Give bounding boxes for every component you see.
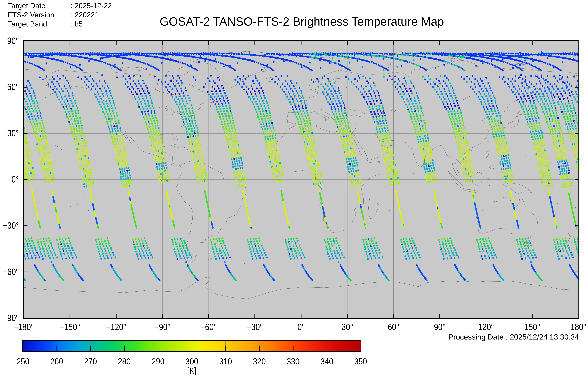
y-axis-label: 0°: [3, 174, 19, 185]
x-axis-label: −30°: [247, 322, 263, 332]
y-axis-label: 60°: [3, 82, 19, 92]
x-axis-label: 30°: [342, 322, 353, 332]
fts2-version-value: 220221: [74, 11, 99, 19]
colorbar-tick-label: 350: [354, 356, 367, 366]
colorbar-tick-label: 330: [287, 356, 300, 366]
colorbar-tick-mark: [57, 346, 57, 351]
page-title: GOSAT-2 TANSO-FTS-2 Brightness Temperatu…: [159, 15, 444, 28]
x-axis-label: 120°: [478, 322, 494, 332]
colorbar-tick-label: 310: [219, 356, 232, 366]
colorbar-tick-mark: [293, 346, 294, 351]
colorbar-tick-label: 260: [50, 356, 63, 366]
header-line-target-band: Target Band: b5: [8, 19, 112, 28]
x-axis-label: −180°: [13, 322, 34, 332]
colorbar-tick-mark: [158, 346, 159, 351]
x-axis-label: 0°: [297, 322, 305, 332]
y-axis-label: −90°: [3, 313, 19, 323]
colorbar-tick-mark: [90, 346, 91, 351]
x-axis-label: 180°: [571, 322, 587, 332]
colorbar-tick-label: 250: [17, 356, 29, 366]
header-line-target-date: Target Date: 2025-12-22: [8, 1, 112, 10]
colorbar-tick-mark: [327, 346, 327, 351]
target-band-value: b5: [74, 20, 83, 28]
x-axis-label: 90°: [434, 322, 446, 332]
y-axis-label: −60°: [3, 267, 19, 277]
x-axis-label: −150°: [60, 322, 80, 332]
map-plot-frame: [23, 40, 579, 319]
colorbar-tick-mark: [225, 346, 226, 351]
colorbar-tick-label: 320: [253, 356, 266, 366]
y-axis-label: 30°: [3, 128, 19, 138]
map-canvas: [24, 41, 578, 318]
header-annotations: Target Date: 2025-12-22 FTS-2 Version: 2…: [8, 1, 112, 28]
x-axis-label: −60°: [201, 322, 217, 332]
processing-date: Processing Date : 2025/12/24 13:30:34: [448, 333, 579, 341]
x-axis-label: −120°: [106, 322, 126, 332]
colorbar-tick-mark: [124, 346, 125, 351]
y-axis-label: −30°: [3, 221, 19, 231]
header-line-fts2-version: FTS-2 Version: 220221: [8, 10, 112, 19]
x-axis-label: 60°: [388, 322, 399, 332]
target-band-label: Target Band: [8, 19, 71, 28]
colorbar-tick-label: 280: [118, 356, 131, 366]
colorbar-tick-label: 290: [152, 356, 164, 366]
colorbar-tick-label: 270: [84, 356, 97, 366]
colorbar-tick-mark: [259, 346, 260, 351]
colorbar-unit-label: [K]: [187, 366, 196, 376]
colorbar-tick-label: 340: [320, 356, 333, 366]
colorbar: [22, 340, 361, 352]
colorbar-tick-label: 300: [185, 356, 198, 366]
target-date-label: Target Date: [8, 1, 71, 10]
fts2-version-label: FTS-2 Version: [8, 10, 71, 19]
x-axis-label: 150°: [524, 322, 540, 332]
x-axis-label: −90°: [154, 322, 171, 332]
y-axis-label: 90°: [3, 35, 19, 46]
target-date-value: 2025-12-22: [74, 1, 112, 10]
colorbar-tick-mark: [192, 346, 192, 351]
